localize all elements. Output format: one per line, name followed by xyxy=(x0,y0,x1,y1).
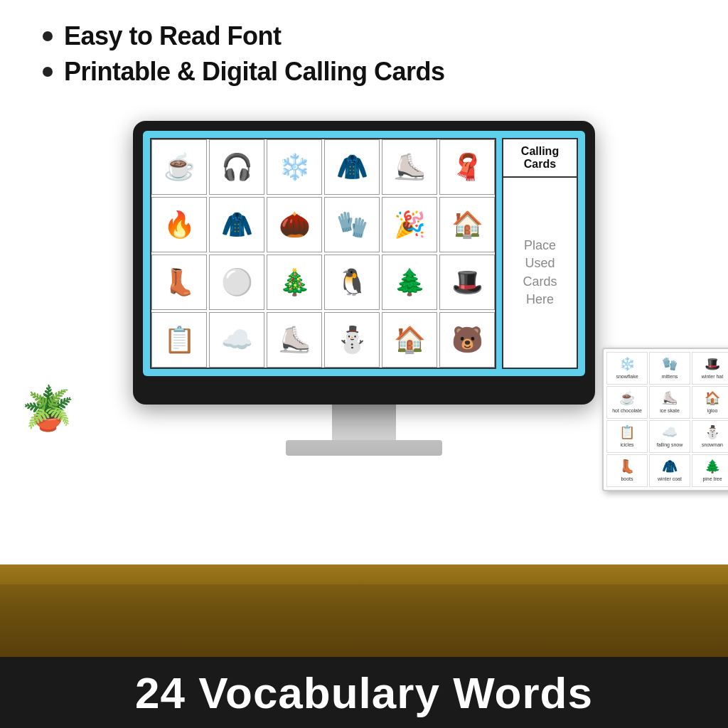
printable-cell: 🎩winter hat xyxy=(692,352,728,385)
bingo-cell: 🔥 xyxy=(151,197,207,252)
bingo-cell: ⚪ xyxy=(209,255,264,310)
monitor-frame: ☕🎧❄️🧥⛸️🧣🔥🧥🌰🧤🎉🏠👢⚪🎄🐧🌲🎩📋☁️⛸️⛄🏠🐻 Calling Car… xyxy=(133,121,595,405)
printable-card: ❄️snowflake🧤mittens🎩winter hat☕hot choco… xyxy=(602,348,728,491)
bingo-cell: ☕ xyxy=(151,139,207,195)
monitor-section: 🪴 ☕🎧❄️🧥⛸️🧣🔥🧥🌰🧤🎉🏠👢⚪🎄🐧🌲🎩📋☁️⛸️⛄🏠🐻 Calling C… xyxy=(0,107,728,519)
bingo-cell: 🧥 xyxy=(324,139,380,195)
bingo-cell: 🧣 xyxy=(439,139,495,195)
printable-cell: 📋icicles xyxy=(606,420,648,453)
calling-cards-body: Place Used Cards Here xyxy=(503,178,577,368)
bingo-cell: 🎩 xyxy=(439,255,495,310)
bingo-cell: 🏠 xyxy=(439,197,495,252)
printable-cell: 🌲pine tree xyxy=(692,454,728,487)
printable-grid: ❄️snowflake🧤mittens🎩winter hat☕hot choco… xyxy=(606,352,728,487)
bingo-cell: 🐧 xyxy=(324,255,380,310)
bingo-cell: ☁️ xyxy=(209,312,264,368)
plant: 🪴 xyxy=(21,383,75,427)
monitor-stand-neck xyxy=(332,405,396,440)
printable-cell: 🏠igloo xyxy=(692,386,728,419)
bingo-cell: 🌰 xyxy=(267,197,322,252)
plant-leaves: 🪴 xyxy=(21,383,75,434)
bingo-grid: ☕🎧❄️🧥⛸️🧣🔥🧥🌰🧤🎉🏠👢⚪🎄🐧🌲🎩📋☁️⛸️⛄🏠🐻 xyxy=(150,138,496,369)
bingo-cell: ❄️ xyxy=(267,139,322,195)
bullet-dot-2 xyxy=(43,67,53,77)
bingo-cell: 🏠 xyxy=(382,312,437,368)
bullet-2: Printable & Digital Calling Cards xyxy=(43,57,685,87)
monitor-screen: ☕🎧❄️🧥⛸️🧣🔥🧥🌰🧤🎉🏠👢⚪🎄🐧🌲🎩📋☁️⛸️⛄🏠🐻 Calling Car… xyxy=(143,131,585,376)
printable-cell: ☁️falling snow xyxy=(649,420,690,453)
printable-cell: 👢boots xyxy=(606,454,648,487)
monitor-stand-base xyxy=(286,440,442,456)
desk xyxy=(0,564,728,657)
calling-cards-panel: Calling Cards Place Used Cards Here xyxy=(502,138,578,369)
printable-cell: ❄️snowflake xyxy=(606,352,648,385)
printable-cell: 🧥winter coat xyxy=(649,454,690,487)
footer-text: 24 Vocabulary Words xyxy=(135,668,593,718)
bottom-section: 24 Vocabulary Words xyxy=(0,657,728,728)
desk-surface xyxy=(0,564,728,584)
bullet-text-1: Easy to Read Font xyxy=(64,21,282,51)
bingo-cell: ⛸️ xyxy=(267,312,322,368)
bingo-cell: 🌲 xyxy=(382,255,437,310)
bingo-cell: 🐻 xyxy=(439,312,495,368)
printable-cell: 🧤mittens xyxy=(649,352,690,385)
top-section: Easy to Read Font Printable & Digital Ca… xyxy=(0,0,728,107)
printable-cell: ☕hot chocolate xyxy=(606,386,648,419)
bingo-cell: 🎄 xyxy=(267,255,322,310)
bullet-1: Easy to Read Font xyxy=(43,21,685,51)
calling-cards-header: Calling Cards xyxy=(503,139,577,178)
bingo-cell: 🎉 xyxy=(382,197,437,252)
monitor: ☕🎧❄️🧥⛸️🧣🔥🧥🌰🧤🎉🏠👢⚪🎄🐧🌲🎩📋☁️⛸️⛄🏠🐻 Calling Car… xyxy=(133,121,595,456)
bullet-dot-1 xyxy=(43,31,53,41)
bingo-cell: ⛄ xyxy=(324,312,380,368)
bingo-cell: 🎧 xyxy=(209,139,264,195)
printable-cell: ⛸️ice skate xyxy=(649,386,690,419)
bingo-cell: 🧤 xyxy=(324,197,380,252)
place-used-text: Place Used Cards Here xyxy=(510,237,569,309)
bingo-cell: 🧥 xyxy=(209,197,264,252)
printable-cell: ⛄snowman xyxy=(692,420,728,453)
bingo-cell: ⛸️ xyxy=(382,139,437,195)
bingo-cell: 👢 xyxy=(151,255,207,310)
bullet-text-2: Printable & Digital Calling Cards xyxy=(64,57,445,87)
bingo-cell: 📋 xyxy=(151,312,207,368)
